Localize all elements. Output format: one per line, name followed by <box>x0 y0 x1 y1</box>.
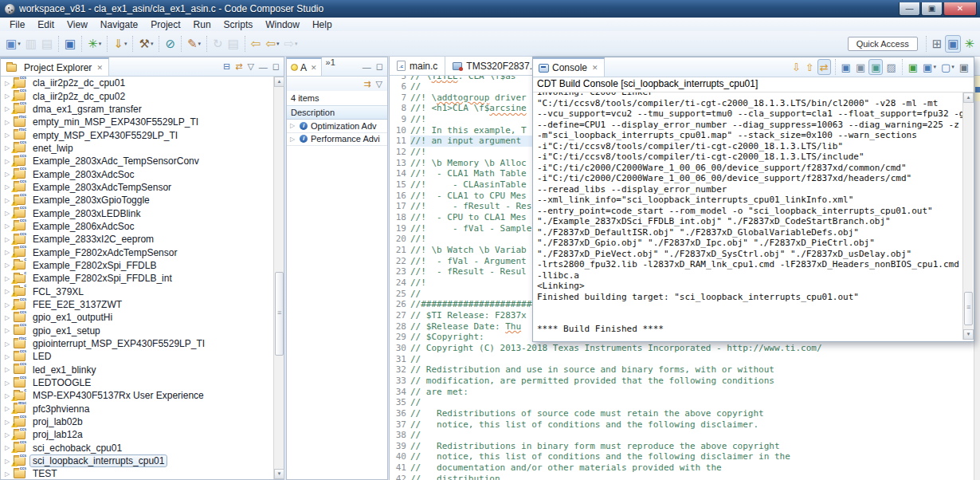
editor-tab-tms320f2837-[interactable]: TMS320F2837... <box>445 57 545 75</box>
project-item[interactable]: ▷ccssci_echoback_cpu01 <box>1 442 273 454</box>
previous-error-icon[interactable]: ⇧ <box>804 59 816 75</box>
maximize-view-icon[interactable]: ◻ <box>374 61 386 72</box>
project-item[interactable]: ▷rtscgpiointerrupt_MSP_EXP430F5529LP_TI <box>1 337 273 350</box>
menu-project[interactable]: Project <box>144 18 186 31</box>
close-icon[interactable]: ✕ <box>96 64 103 72</box>
scroll-down-icon[interactable]: ▼ <box>963 329 974 340</box>
pin-console-icon[interactable]: ▣ <box>868 59 883 75</box>
ccs-debug-perspective-icon[interactable]: ✳ <box>962 35 976 53</box>
open-perspective-icon[interactable]: ⊞ <box>931 35 944 53</box>
scroll-lock-icon[interactable]: ▣ <box>854 59 867 75</box>
console-scrollbar[interactable]: ▲ ▼ <box>962 92 973 340</box>
project-item[interactable]: ▷rtscempty_min_MSP_EXP430F5529LP_TI <box>1 116 273 128</box>
tab-advice[interactable]: A ✕ <box>287 57 322 76</box>
project-item[interactable]: ▷ccssci_loopback_interrupts_cpu01 <box>1 454 273 467</box>
expand-arrow-icon[interactable]: ▷ <box>5 340 14 348</box>
code-line[interactable]: 38// <box>390 430 974 441</box>
project-item[interactable]: ▷cExample_F2802xSpi_FFDLB_int <box>1 272 273 285</box>
project-item[interactable]: ▷ccsTEST <box>1 467 273 479</box>
maximize-view-icon[interactable]: ◻ <box>270 61 282 72</box>
minimize-view-icon[interactable]: — <box>360 62 374 72</box>
dropdown-arrow-icon[interactable]: ▾ <box>198 41 202 47</box>
expand-arrow-icon[interactable]: ▷ <box>5 327 14 334</box>
tab-overflow-indicator[interactable]: »1 <box>322 57 339 76</box>
view-menu-icon[interactable]: ▽ <box>245 61 256 72</box>
menu-file[interactable]: File <box>3 18 31 31</box>
advice-row[interactable]: ▷iPerformance Advi <box>287 133 387 147</box>
link-with-editor-icon[interactable]: ⇄ <box>233 61 245 72</box>
open-console-icon[interactable]: ▣▾ <box>921 59 938 75</box>
dropdown-arrow-icon[interactable]: ▾ <box>124 41 127 47</box>
expand-arrow-icon[interactable]: ▷ <box>5 470 14 478</box>
close-button[interactable]: ✕ <box>943 2 977 16</box>
code-line[interactable]: 35// <box>390 397 974 408</box>
code-line[interactable]: 30// Copyright (C) 2013-2018 Texas Instr… <box>390 343 974 354</box>
project-item[interactable]: ▷cMSP-EXP430F5137Rx User Experience <box>1 389 273 402</box>
tab-project-explorer[interactable]: Project Explorer ✕ <box>1 57 109 76</box>
project-item[interactable]: ▷ccsExample_2803xLEDBlink <box>1 207 273 219</box>
view-menu-icon[interactable]: ▽ <box>374 79 385 89</box>
show-error-in-editor-icon[interactable]: ⇄ <box>817 59 831 75</box>
close-icon[interactable]: ✕ <box>311 64 317 72</box>
expand-arrow-icon[interactable]: ▷ <box>5 380 14 387</box>
search-icon[interactable]: ⊘ <box>163 35 177 53</box>
scroll-down-icon[interactable]: ▼ <box>274 469 284 479</box>
tab-console[interactable]: Console ✕ <box>533 57 605 77</box>
expand-arrow-icon[interactable]: ▷ <box>5 119 14 126</box>
project-item[interactable]: ▷ccsExample_2803xAdcTempSensor <box>1 181 273 194</box>
menu-scripts[interactable]: Scripts <box>218 18 260 31</box>
menu-view[interactable]: View <box>61 18 94 31</box>
menu-edit[interactable]: Edit <box>31 18 61 31</box>
ruler-annotation[interactable] <box>975 87 980 92</box>
scroll-up-icon[interactable]: ▲ <box>963 92 974 103</box>
project-item[interactable]: ▷ccsExample_2803xGpioToggle <box>1 194 273 207</box>
expand-arrow-icon[interactable]: ▷ <box>5 366 14 373</box>
dropdown-arrow-icon[interactable]: ▾ <box>151 41 154 47</box>
filter-icon[interactable]: ⇉ <box>361 79 373 89</box>
expand-arrow-icon[interactable]: ▷ <box>5 314 14 321</box>
new-project-icon[interactable]: ▣▾ <box>4 35 22 53</box>
editor-tab-main-c[interactable]: .cmain.c <box>390 57 445 75</box>
save-icon[interactable]: ▥ <box>24 35 38 53</box>
project-item[interactable]: ▷ccscla_iir2p2z_dc_cpu01 <box>1 77 273 89</box>
back-icon[interactable]: ⇦▾ <box>264 35 280 53</box>
code-line[interactable]: 39// Redistributions in binary form must… <box>390 441 974 452</box>
flash-icon[interactable]: ⇓▾ <box>112 35 128 53</box>
dropdown-arrow-icon[interactable]: ▾ <box>18 41 21 47</box>
scrollbar-thumb[interactable] <box>964 292 973 325</box>
save-all-icon[interactable]: ▤ <box>40 35 54 53</box>
collapse-all-icon[interactable]: ⊟ <box>221 61 233 72</box>
dropdown-arrow-icon[interactable]: ▾ <box>99 41 102 47</box>
menu-help[interactable]: Help <box>306 18 339 31</box>
menu-window[interactable]: Window <box>259 18 306 31</box>
project-item[interactable]: ▷ccsExample_2803xAdcSoc <box>1 167 273 180</box>
project-item[interactable]: ▷ccsgpio_ex1_outputHi <box>1 311 273 324</box>
project-item[interactable]: ▷ccsenet_lwip <box>1 142 273 155</box>
code-line[interactable]: 37// notice, this list of conditions and… <box>390 419 974 431</box>
menu-run[interactable]: Run <box>187 18 218 31</box>
project-item[interactable]: ▷ccsproj_lab12a <box>1 428 273 441</box>
last-edit-location-icon[interactable]: ⇦ <box>249 35 263 53</box>
code-line[interactable]: 40// notice, this list of conditions and… <box>390 451 974 462</box>
code-line[interactable]: 31// <box>390 354 974 365</box>
project-item[interactable]: ▷ccscla_iir2p2z_dc_cpu02 <box>1 89 273 102</box>
expand-arrow-icon[interactable]: ▷ <box>290 122 299 129</box>
scroll-up-icon[interactable]: ▲ <box>274 77 284 87</box>
restore-button[interactable]: ▣ <box>921 2 943 16</box>
dropdown-arrow-icon[interactable]: ▾ <box>276 41 280 47</box>
code-line[interactable]: 36// Redistributions of source code must… <box>390 408 974 419</box>
project-explorer-scrollbar[interactable]: ▲ ▼ <box>273 77 284 479</box>
code-line[interactable]: 42// distribution. <box>390 474 974 480</box>
new-console-view-icon[interactable]: ▢▾ <box>939 59 956 75</box>
project-item[interactable]: ▷ccsFEE_E2E_3137ZWT <box>1 298 273 311</box>
restore-view-icon[interactable]: ▣ <box>958 59 970 75</box>
project-item[interactable]: ▷ccsExample_F2802xAdcTempSensor <box>1 246 273 258</box>
minimize-button[interactable]: — <box>899 2 920 16</box>
ccs-edit-perspective-icon[interactable]: ▣ <box>945 35 961 53</box>
next-error-icon[interactable]: ⇩ <box>790 59 802 75</box>
code-line[interactable]: 34// are met: <box>390 387 974 398</box>
project-item[interactable]: ▷ccsled_ex1_blinky <box>1 364 273 376</box>
advice-row[interactable]: ▷iOptimization Adv <box>287 120 387 133</box>
build-icon[interactable]: ⚒▾ <box>137 35 155 53</box>
dropdown-arrow-icon[interactable]: ▾ <box>933 64 936 70</box>
